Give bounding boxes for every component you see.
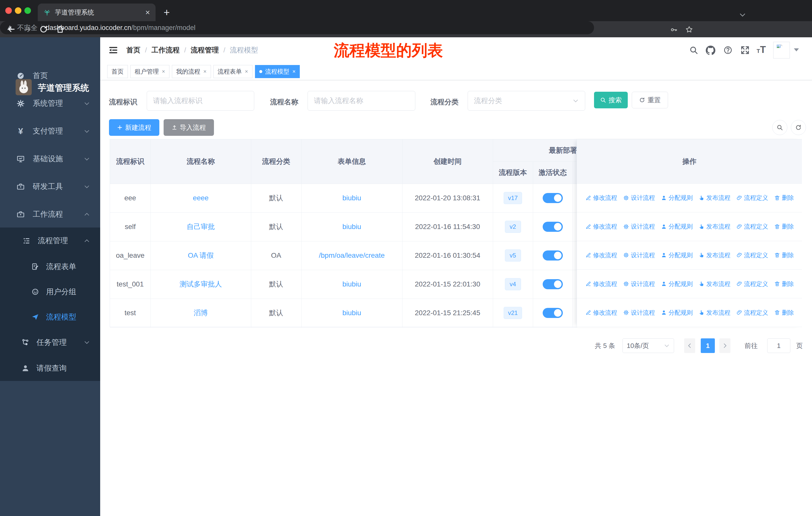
model-name-link[interactable]: 自己审批	[187, 223, 215, 230]
action-publish[interactable]: 发布流程	[699, 194, 730, 202]
tab-list-chevron-icon[interactable]	[739, 11, 746, 19]
action-edit[interactable]: 修改流程	[585, 251, 617, 259]
reload-icon[interactable]	[39, 25, 48, 33]
active-toggle[interactable]	[543, 222, 563, 232]
form-link[interactable]: biubiu	[342, 223, 361, 230]
table-refresh-button[interactable]	[791, 120, 806, 135]
action-assign-rule[interactable]: 分配规则	[661, 194, 693, 202]
version-badge[interactable]: v21	[504, 307, 522, 319]
sidebar-item-payment[interactable]: ¥ 支付管理	[0, 118, 100, 144]
form-link[interactable]: biubiu	[342, 280, 361, 288]
page-size-select[interactable]: 10条/页	[622, 338, 674, 353]
active-toggle[interactable]	[543, 308, 563, 318]
action-assign-rule[interactable]: 分配规则	[661, 309, 693, 317]
action-definition[interactable]: 流程定义	[736, 309, 768, 317]
action-definition[interactable]: 流程定义	[736, 194, 768, 202]
sidebar-item-system[interactable]: 系统管理	[0, 90, 100, 117]
action-edit[interactable]: 修改流程	[585, 194, 617, 202]
tag-home[interactable]: 首页	[107, 65, 128, 78]
action-assign-rule[interactable]: 分配规则	[661, 280, 693, 288]
form-link[interactable]: biubiu	[342, 309, 361, 317]
form-link[interactable]: /bpm/oa/leave/create	[319, 251, 385, 259]
action-delete[interactable]: 删除	[774, 280, 794, 288]
sidebar-item-leave-query[interactable]: 请假查询	[0, 355, 100, 381]
action-publish[interactable]: 发布流程	[699, 309, 730, 317]
sidebar-item-workflow[interactable]: 工作流程	[0, 201, 100, 227]
action-delete[interactable]: 删除	[774, 222, 794, 230]
action-edit[interactable]: 修改流程	[585, 280, 617, 288]
window-zoom-button[interactable]	[24, 7, 31, 14]
tag-close-icon[interactable]: ×	[203, 69, 207, 74]
sidebar-item-user-group[interactable]: 用户分组	[0, 279, 100, 304]
form-link[interactable]: biubiu	[342, 194, 361, 202]
version-badge[interactable]: v4	[505, 278, 521, 290]
action-delete[interactable]: 删除	[774, 309, 794, 317]
window-minimize-button[interactable]	[15, 7, 21, 14]
sidebar-item-home[interactable]: 首页	[0, 62, 100, 89]
url-bar[interactable]: 不安全 dashboard.yudao.iocoder.cn/bpm/manag…	[0, 21, 594, 34]
back-icon[interactable]	[7, 25, 16, 33]
action-publish[interactable]: 发布流程	[699, 280, 730, 288]
action-design[interactable]: 设计流程	[623, 251, 655, 259]
tag-close-icon[interactable]: ×	[245, 69, 248, 74]
tag-close-icon[interactable]: ×	[292, 69, 296, 74]
tab-close-icon[interactable]: ×	[145, 8, 150, 17]
bookmark-star-icon[interactable]	[685, 25, 693, 33]
reset-button[interactable]: 重置	[632, 92, 668, 108]
model-name-link[interactable]: 测试多审批人	[180, 280, 222, 288]
model-name-link[interactable]: 滔博	[194, 309, 208, 317]
font-size-icon[interactable]: TT	[757, 44, 766, 55]
sidebar-item-infrastructure[interactable]: 基础设施	[0, 146, 100, 172]
action-definition[interactable]: 流程定义	[736, 280, 768, 288]
action-assign-rule[interactable]: 分配规则	[661, 222, 693, 230]
action-design[interactable]: 设计流程	[623, 194, 655, 202]
fullscreen-icon[interactable]	[741, 46, 750, 55]
model-name-link[interactable]: OA 请假	[188, 251, 214, 259]
search-button[interactable]: 搜索	[594, 92, 628, 108]
action-publish[interactable]: 发布流程	[699, 222, 730, 230]
action-edit[interactable]: 修改流程	[585, 222, 617, 230]
breadcrumb-process-management[interactable]: 流程管理	[191, 45, 219, 55]
create-process-button[interactable]: 新建流程	[109, 119, 159, 136]
sidebar-collapse-icon[interactable]	[108, 45, 118, 55]
breadcrumb-home[interactable]: 首页	[126, 45, 141, 55]
filter-key-input[interactable]	[147, 91, 254, 111]
tag-close-icon[interactable]: ×	[162, 69, 165, 74]
tag-tenant[interactable]: 租户管理×	[130, 65, 169, 78]
sidebar-item-task-management[interactable]: 任务管理	[0, 330, 100, 355]
sidebar-item-process-management[interactable]: 流程管理	[0, 227, 100, 254]
github-icon[interactable]	[706, 46, 715, 55]
table-search-toggle-button[interactable]	[772, 120, 787, 135]
filter-name-input[interactable]	[308, 91, 415, 111]
action-design[interactable]: 设计流程	[623, 309, 655, 317]
model-name-link[interactable]: eeee	[193, 194, 208, 202]
key-icon[interactable]	[670, 26, 677, 33]
action-delete[interactable]: 删除	[774, 251, 794, 259]
avatar-caret-icon[interactable]	[794, 48, 799, 51]
forward-icon[interactable]	[23, 25, 32, 33]
active-toggle[interactable]	[543, 193, 563, 203]
prev-page-button[interactable]	[684, 338, 695, 353]
action-delete[interactable]: 删除	[774, 194, 794, 202]
version-badge[interactable]: v17	[504, 192, 522, 204]
browser-tab[interactable]: 芋道管理系统 ×	[38, 3, 155, 21]
tag-process-model[interactable]: 流程模型×	[255, 65, 300, 78]
action-definition[interactable]: 流程定义	[736, 251, 768, 259]
filter-category-select[interactable]: 流程分类	[468, 91, 585, 111]
action-edit[interactable]: 修改流程	[585, 309, 617, 317]
sidebar-item-devtools[interactable]: 研发工具	[0, 173, 100, 200]
sidebar-item-process-model[interactable]: 流程模型	[0, 304, 100, 330]
version-badge[interactable]: v2	[505, 221, 521, 233]
window-close-button[interactable]	[5, 7, 12, 14]
action-publish[interactable]: 发布流程	[699, 251, 730, 259]
help-icon[interactable]	[723, 46, 732, 55]
import-process-button[interactable]: 导入流程	[164, 119, 214, 136]
current-page-button[interactable]: 1	[701, 338, 715, 353]
next-page-button[interactable]	[719, 338, 730, 353]
action-assign-rule[interactable]: 分配规则	[661, 251, 693, 259]
active-toggle[interactable]	[543, 279, 563, 289]
sidebar-item-process-form[interactable]: 流程表单	[0, 254, 100, 279]
breadcrumb-workflow[interactable]: 工作流程	[151, 45, 180, 55]
action-design[interactable]: 设计流程	[623, 222, 655, 230]
action-definition[interactable]: 流程定义	[736, 222, 768, 230]
